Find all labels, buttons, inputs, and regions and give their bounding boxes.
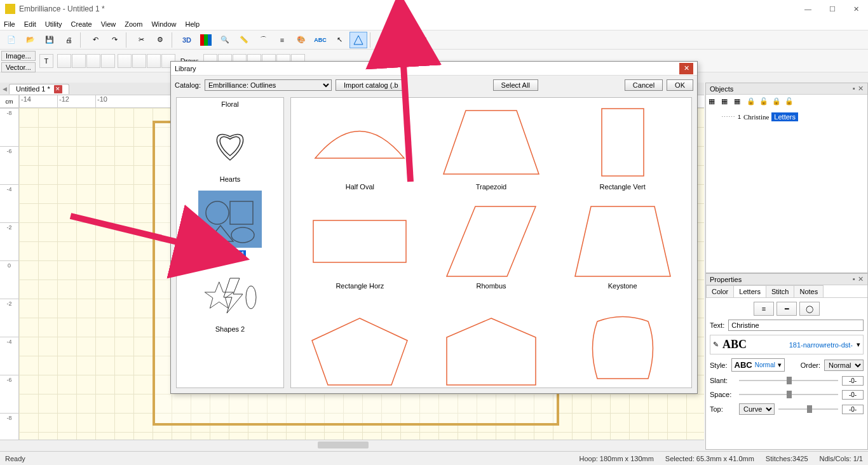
open-icon[interactable]: 📂 xyxy=(22,32,39,48)
pointer-icon[interactable]: ↖ xyxy=(330,32,348,48)
undo-icon[interactable]: ↶ xyxy=(86,32,104,48)
pin-icon[interactable]: ▪ xyxy=(853,275,855,283)
dialog-close-icon[interactable]: ✕ xyxy=(679,63,693,74)
tab-stitch[interactable]: Stitch xyxy=(766,285,795,297)
slant-label: Slant: xyxy=(710,377,735,384)
horizontal-scrollbar[interactable] xyxy=(0,440,704,450)
slant-value[interactable]: -0- xyxy=(842,376,864,386)
maximize-button[interactable]: ☐ xyxy=(825,4,839,15)
obj-tb-2[interactable]: ▦ xyxy=(721,97,733,109)
menu-window[interactable]: Window xyxy=(151,20,176,28)
abc-icon[interactable]: ABC xyxy=(311,32,329,48)
ruler-icon[interactable]: 📏 xyxy=(235,32,253,48)
arc-icon[interactable]: ⌒ xyxy=(254,32,272,48)
color-icon[interactable]: 🎨 xyxy=(292,32,310,48)
category-hearts[interactable]: Hearts xyxy=(179,116,281,183)
order-select[interactable]: Normal xyxy=(824,360,864,371)
shapes-grid[interactable]: Half Oval Trapezoid Rectangle Vert Recta… xyxy=(290,97,692,388)
tab-letters[interactable]: Letters xyxy=(733,285,766,297)
shape-rectangle-horz[interactable]: Rectangle Horz xyxy=(297,203,423,290)
shape-trapezoid[interactable]: Trapezoid xyxy=(429,104,554,191)
gear-icon[interactable]: ⚙ xyxy=(376,32,394,48)
space-value[interactable]: -0- xyxy=(842,390,864,400)
needle-icon[interactable]: ✂ xyxy=(132,32,150,48)
menu-file[interactable]: File xyxy=(4,20,15,28)
align-center-icon[interactable]: ━ xyxy=(776,302,797,316)
panel-close-icon[interactable]: ✕ xyxy=(858,84,864,93)
tb2-icon-3[interactable] xyxy=(86,54,100,68)
new-icon[interactable]: 📄 xyxy=(3,32,20,48)
category-floral[interactable]: Floral xyxy=(179,100,281,108)
tab-notes[interactable]: Notes xyxy=(794,285,824,297)
menu-edit[interactable]: Edit xyxy=(24,20,36,28)
vector-button[interactable]: Vector... xyxy=(1,62,36,72)
3d-icon[interactable]: 3D xyxy=(178,32,196,48)
align-circle-icon[interactable]: ◯ xyxy=(799,302,820,316)
menu-create[interactable]: Create xyxy=(71,20,92,28)
obj-tb-3[interactable]: ▦ xyxy=(734,97,745,109)
category-shapes2[interactable]: Shapes 2 xyxy=(179,266,281,333)
top-select[interactable]: Curve xyxy=(739,403,775,415)
shape-pentagon2[interactable] xyxy=(429,302,554,381)
tb2-icon-4[interactable] xyxy=(101,54,115,68)
unlock-icon[interactable]: 🔓 xyxy=(759,97,771,109)
document-tab[interactable]: Untitled 1 * ✕ xyxy=(9,84,69,94)
tb2-icon-6[interactable] xyxy=(132,54,146,68)
category-list[interactable]: Floral Hearts Shapes 1 Shapes 2 xyxy=(176,97,284,388)
zoom-icon[interactable]: 🔍 xyxy=(216,32,234,48)
shape-keystone[interactable]: Keystone xyxy=(560,203,685,290)
tab-close-icon[interactable]: ✕ xyxy=(54,85,62,93)
tab-prev[interactable]: ◀ xyxy=(0,86,9,92)
save-icon[interactable]: 💾 xyxy=(41,32,58,48)
menu-view[interactable]: View xyxy=(101,20,116,28)
image-button[interactable]: Image... xyxy=(1,51,36,61)
shape-rounded[interactable] xyxy=(560,302,685,381)
unlock2-icon[interactable]: 🔓 xyxy=(785,97,796,109)
frame-icon[interactable]: ▦ xyxy=(414,32,432,48)
print-icon[interactable]: 🖨 xyxy=(60,32,78,48)
misc-icon[interactable]: ⚙ xyxy=(151,32,169,48)
pin-icon[interactable]: ▪ xyxy=(853,84,855,93)
text-input[interactable] xyxy=(728,320,864,331)
ok-button[interactable]: OK xyxy=(667,79,693,91)
shape-rhombus[interactable]: Rhombus xyxy=(429,203,554,290)
redo-icon[interactable]: ↷ xyxy=(105,32,123,48)
shapes-library-icon[interactable] xyxy=(349,32,367,48)
font-name[interactable]: 181-narrowretro-dst- xyxy=(789,341,853,349)
text-tool-icon[interactable]: T xyxy=(39,54,53,68)
cancel-button[interactable]: Cancel xyxy=(625,79,663,91)
text-a-icon[interactable]: A xyxy=(395,32,413,48)
align-left-icon[interactable]: ≡ xyxy=(754,302,774,316)
obj-tb-1[interactable]: ▦ xyxy=(709,97,720,109)
dropdown-icon[interactable]: ▾ xyxy=(857,340,860,349)
space-slider[interactable] xyxy=(739,389,838,400)
menu-utility[interactable]: Utility xyxy=(45,20,62,28)
tb2-icon-7[interactable] xyxy=(147,54,161,68)
import-catalog-button[interactable]: Import catalog (.b xyxy=(336,79,407,91)
align-icon[interactable]: ≡ xyxy=(273,32,291,48)
shape-pentagon1[interactable] xyxy=(297,302,423,381)
object-item-1[interactable]: ⋯⋯ 1 Christine Letters xyxy=(721,112,865,121)
lock2-icon[interactable]: 🔒 xyxy=(772,97,783,109)
shape-half-oval[interactable]: Half Oval xyxy=(297,104,423,191)
style-selector[interactable]: ABC Normal ▾ xyxy=(731,358,785,372)
panel-close-icon[interactable]: ✕ xyxy=(858,275,864,283)
minimize-button[interactable]: — xyxy=(801,4,815,15)
category-shapes1[interactable]: Shapes 1 xyxy=(179,191,281,258)
tb2-icon-5[interactable] xyxy=(118,54,132,68)
tab-color[interactable]: Color xyxy=(706,285,734,297)
slant-slider[interactable] xyxy=(739,375,838,386)
ruler-vertical: -8 -6 -4 -2 0 -2 -4 -6 -8 xyxy=(0,108,19,440)
menu-zoom[interactable]: Zoom xyxy=(125,20,142,28)
palette-icon[interactable] xyxy=(197,32,215,48)
top-value[interactable]: -0- xyxy=(842,405,864,414)
tb2-icon-1[interactable] xyxy=(57,54,71,68)
top-slider[interactable] xyxy=(778,404,838,414)
lock-icon[interactable]: 🔒 xyxy=(747,97,758,109)
catalog-select[interactable]: Embrilliance: Outlines xyxy=(205,79,332,91)
close-button[interactable]: ✕ xyxy=(850,4,863,15)
tb2-icon-2[interactable] xyxy=(72,54,86,68)
select-all-button[interactable]: Select All xyxy=(493,79,538,91)
shape-rectangle-vert[interactable]: Rectangle Vert xyxy=(560,104,685,191)
menu-help[interactable]: Help xyxy=(186,20,200,28)
